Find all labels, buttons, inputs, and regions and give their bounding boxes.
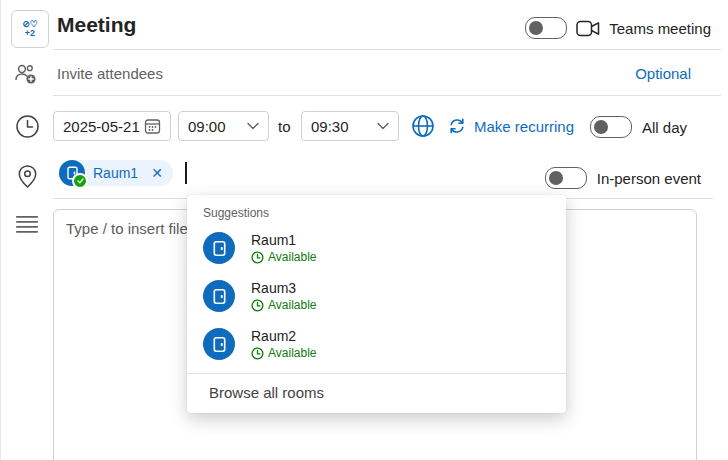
- meeting-options-icon: ⊘♡ +2: [22, 20, 38, 38]
- availability-clock-icon: [251, 347, 264, 360]
- to-label: to: [278, 118, 291, 135]
- start-time-field[interactable]: 09:00: [178, 111, 269, 141]
- toggle-knob: [594, 120, 608, 134]
- room-status: Available: [251, 250, 316, 264]
- room-name: Raum3: [251, 280, 316, 297]
- make-recurring-label: Make recurring: [474, 118, 574, 135]
- text-cursor: [185, 162, 187, 184]
- date-value: 2025-05-21: [63, 118, 144, 135]
- page-title: Meeting: [57, 13, 136, 37]
- availability-label: Available: [268, 250, 316, 264]
- text-lines-icon: [15, 215, 39, 235]
- in-person-event-label: In-person event: [597, 170, 701, 187]
- room-name: Raum2: [251, 328, 316, 345]
- room-avatar: [203, 328, 235, 360]
- optional-attendees-link[interactable]: Optional: [635, 65, 691, 82]
- toggle-knob: [529, 21, 543, 35]
- in-person-group: In-person event: [545, 167, 701, 189]
- room-avatar: [59, 160, 85, 186]
- calendar-icon: [144, 118, 161, 135]
- divider: [53, 49, 721, 50]
- suggestions-header: Suggestions: [187, 195, 566, 224]
- in-person-event-toggle[interactable]: [545, 167, 587, 189]
- remove-room-button[interactable]: ✕: [145, 165, 169, 181]
- start-time-value: 09:00: [188, 118, 247, 135]
- teams-meeting-label: Teams meeting: [609, 20, 711, 37]
- room-status: Available: [251, 298, 316, 312]
- chevron-down-icon: [377, 122, 389, 130]
- location-pin-icon: [16, 164, 39, 189]
- meeting-compose-window: ⊘♡ +2 Meeting Teams meeting Invite atten…: [0, 0, 728, 460]
- toggle-knob: [549, 171, 563, 185]
- end-time-field[interactable]: 09:30: [301, 111, 399, 141]
- make-recurring-button[interactable]: Make recurring: [447, 116, 574, 136]
- room-name: Raum1: [251, 232, 316, 249]
- all-day-toggle[interactable]: [590, 116, 632, 138]
- people-add-icon: [14, 63, 39, 86]
- availability-clock-icon: [251, 251, 264, 264]
- meeting-options-button[interactable]: ⊘♡ +2: [11, 10, 49, 48]
- room-suggestion-item[interactable]: Raum2 Available: [187, 320, 566, 368]
- repeat-icon: [447, 116, 467, 136]
- divider: [53, 95, 721, 96]
- room-suggestions-panel: Suggestions Raum1 Available: [187, 195, 566, 413]
- room-suggestion-item[interactable]: Raum3 Available: [187, 272, 566, 320]
- availability-label: Available: [268, 298, 316, 312]
- availability-clock-icon: [251, 299, 264, 312]
- room-avatar: [203, 232, 235, 264]
- video-camera-icon: [576, 20, 600, 37]
- room-avatar: [203, 280, 235, 312]
- teams-meeting-group: Teams meeting: [525, 17, 711, 39]
- end-time-value: 09:30: [311, 118, 377, 135]
- availability-label: Available: [268, 346, 316, 360]
- date-picker-field[interactable]: 2025-05-21: [53, 111, 171, 141]
- all-day-label: All day: [642, 119, 687, 136]
- timezone-globe-icon[interactable]: [411, 114, 435, 138]
- selected-room-name: Raum1: [93, 165, 138, 181]
- selected-room-chip[interactable]: Raum1 ✕: [59, 160, 173, 186]
- all-day-group: All day: [590, 116, 687, 138]
- invite-attendees-input[interactable]: Invite attendees: [57, 65, 163, 82]
- room-suggestion-item[interactable]: Raum1 Available: [187, 224, 566, 272]
- chevron-down-icon: [247, 122, 259, 130]
- clock-icon: [15, 114, 40, 139]
- room-status: Available: [251, 346, 316, 360]
- browse-all-rooms-button[interactable]: Browse all rooms: [187, 374, 566, 413]
- teams-meeting-toggle[interactable]: [525, 17, 567, 39]
- availability-check-badge-icon: [72, 173, 88, 189]
